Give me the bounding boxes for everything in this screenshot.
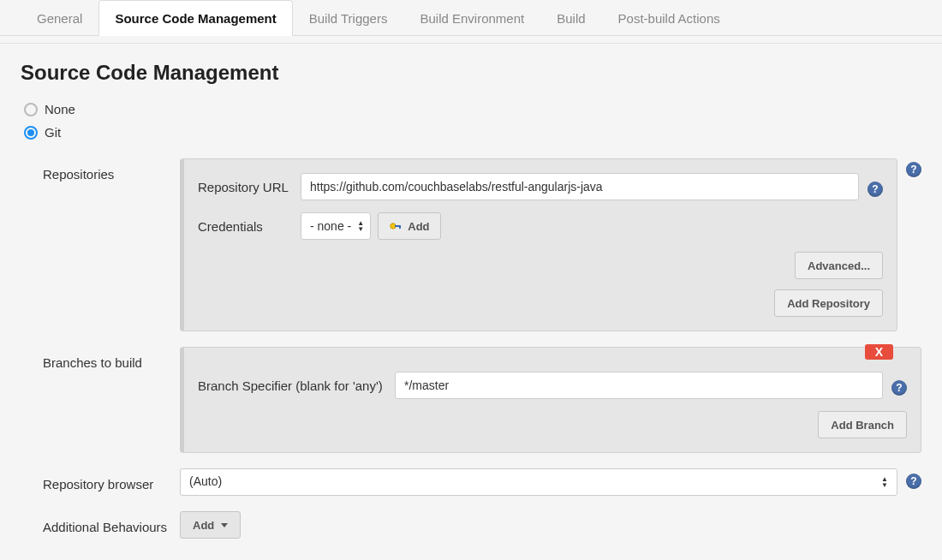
behaviours-block: Additional Behaviours Add — [43, 511, 921, 539]
delete-branch-button[interactable]: X — [865, 344, 893, 360]
scm-option-none[interactable]: None — [24, 102, 921, 116]
browser-label: Repository browser — [43, 468, 180, 491]
help-icon[interactable]: ? — [906, 162, 921, 177]
tab-source-code-management[interactable]: Source Code Management — [98, 0, 292, 36]
git-config: Repositories Repository URL ? Credential… — [43, 158, 921, 539]
help-icon[interactable]: ? — [867, 182, 883, 197]
radio-label-git: Git — [45, 125, 61, 140]
credentials-select[interactable]: - none - ▲▼ — [301, 212, 371, 240]
help-icon[interactable]: ? — [891, 380, 907, 396]
section-title: Source Code Management — [21, 61, 921, 85]
scm-option-git[interactable]: Git — [24, 125, 921, 140]
credentials-value: - none - — [310, 219, 351, 233]
tab-bar: General Source Code Management Build Tri… — [0, 0, 942, 36]
branches-label: Branches to build — [43, 347, 180, 370]
svg-rect-2 — [399, 225, 401, 229]
tab-build[interactable]: Build — [540, 0, 601, 36]
select-arrows-icon: ▲▼ — [357, 220, 364, 232]
add-credentials-button[interactable]: Add — [378, 212, 440, 240]
add-behaviour-button[interactable]: Add — [180, 511, 241, 539]
page-content: Source Code Management None Git Reposito… — [0, 44, 942, 560]
repositories-panel: Repository URL ? Credentials - none - ▲▼ — [180, 158, 897, 331]
chevron-down-icon — [221, 523, 228, 527]
tab-build-environment[interactable]: Build Environment — [403, 0, 540, 36]
help-icon[interactable]: ? — [906, 474, 921, 489]
advanced-button[interactable]: Advanced... — [795, 252, 883, 279]
add-behaviour-label: Add — [193, 519, 214, 532]
add-branch-button[interactable]: Add Branch — [818, 411, 907, 438]
credentials-label: Credentials — [198, 219, 301, 234]
browser-block: Repository browser (Auto) ▲▼ ? — [43, 468, 921, 496]
radio-none[interactable] — [24, 103, 38, 116]
branch-specifier-label: Branch Specifier (blank for 'any') — [198, 378, 395, 393]
browser-value: (Auto) — [189, 474, 222, 488]
repo-url-input[interactable] — [301, 173, 859, 200]
add-credentials-label: Add — [408, 220, 429, 233]
branches-panel: X Branch Specifier (blank for 'any') ? A… — [180, 347, 921, 453]
select-arrows-icon: ▲▼ — [881, 476, 888, 488]
tab-post-build-actions[interactable]: Post-build Actions — [602, 0, 736, 36]
radio-git[interactable] — [24, 126, 38, 140]
key-icon — [389, 219, 402, 233]
branch-specifier-input[interactable] — [395, 372, 883, 399]
tab-general[interactable]: General — [21, 0, 98, 36]
radio-label-none: None — [45, 102, 75, 116]
behaviours-label: Additional Behaviours — [43, 511, 180, 534]
repo-url-label: Repository URL — [198, 180, 301, 194]
tab-build-triggers[interactable]: Build Triggers — [293, 0, 404, 36]
repositories-block: Repositories Repository URL ? Credential… — [43, 158, 921, 331]
repositories-label: Repositories — [43, 158, 180, 182]
add-repository-button[interactable]: Add Repository — [774, 289, 883, 317]
branches-block: Branches to build X Branch Specifier (bl… — [43, 347, 921, 453]
repository-browser-select[interactable]: (Auto) ▲▼ — [180, 468, 897, 496]
